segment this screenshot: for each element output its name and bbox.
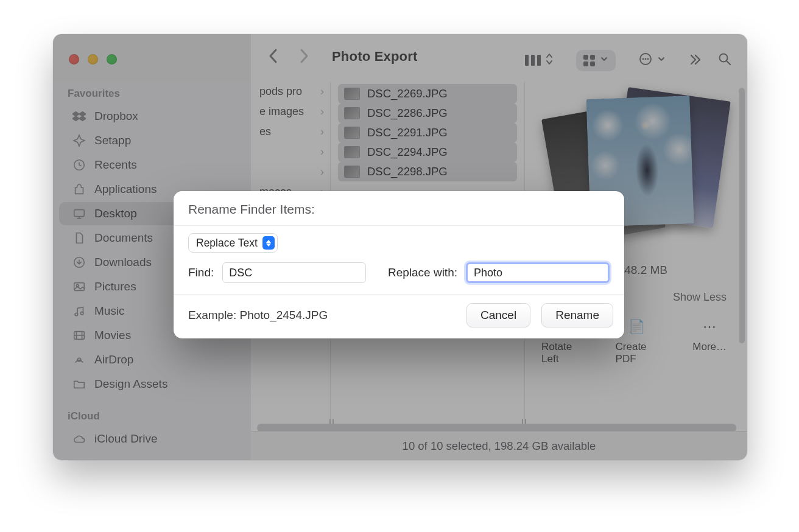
- chevron-right-icon: ›: [320, 125, 324, 138]
- sidebar-item-label: Pictures: [94, 280, 136, 293]
- back-button[interactable]: [267, 47, 280, 67]
- file-name: DSC_2286.JPG: [367, 107, 448, 120]
- file-row[interactable]: DSC_2269.JPG: [338, 84, 517, 103]
- recents-icon: [72, 158, 86, 172]
- quick-action-more[interactable]: ⋯More…: [692, 319, 727, 365]
- svg-point-10: [75, 313, 78, 316]
- grid-icon: [583, 55, 595, 66]
- svg-rect-6: [74, 210, 85, 217]
- chevron-down-icon: [657, 55, 666, 66]
- folder-row[interactable]: ›: [251, 142, 330, 162]
- desktop-icon: [72, 207, 86, 220]
- svg-point-3: [647, 58, 649, 60]
- file-row[interactable]: DSC_2294.JPG: [338, 142, 517, 162]
- file-thumbnail: [344, 166, 360, 178]
- sidebar-section-title: iCloud: [53, 404, 251, 426]
- document-icon: 📄: [628, 319, 645, 335]
- rename-mode-select[interactable]: Replace Text: [188, 233, 278, 253]
- nav-arrows: [267, 47, 310, 67]
- close-window-button[interactable]: [69, 54, 79, 65]
- file-thumbnail: [344, 127, 360, 139]
- chevron-right-icon: ›: [320, 105, 324, 118]
- movies-icon: [72, 329, 86, 342]
- airdrop-icon: [72, 353, 86, 366]
- svg-point-1: [642, 58, 644, 60]
- replace-with-input[interactable]: [466, 262, 610, 283]
- window-controls: [69, 54, 117, 65]
- select-caret-icon: [262, 236, 275, 250]
- music-icon: [72, 304, 86, 318]
- find-label: Find:: [188, 266, 214, 279]
- folder-icon: [72, 377, 86, 391]
- svg-rect-8: [74, 283, 85, 291]
- view-columns-button[interactable]: [518, 47, 560, 73]
- rename-mode-label: Replace Text: [196, 237, 258, 250]
- chevron-right-icon: ›: [320, 145, 324, 158]
- cancel-button[interactable]: Cancel: [466, 303, 530, 327]
- window-title: Photo Export: [332, 49, 418, 65]
- sidebar-item-recents[interactable]: Recents: [59, 153, 245, 177]
- svg-point-11: [80, 312, 83, 315]
- dropbox-icon: [72, 110, 86, 123]
- sidebar-item-label: Documents: [94, 231, 153, 245]
- search-button[interactable]: [718, 52, 731, 68]
- forward-button[interactable]: [298, 47, 310, 67]
- file-name: DSC_2269.JPG: [367, 87, 448, 100]
- sidebar-item-label: Design Assets: [94, 377, 167, 391]
- folder-row[interactable]: e images›: [251, 102, 330, 122]
- file-name: DSC_2291.JPG: [367, 126, 448, 139]
- dialog-title: Rename Finder Items:: [174, 191, 624, 226]
- rename-dialog: Rename Finder Items: Replace Text Find: …: [174, 191, 624, 338]
- file-row[interactable]: DSC_2298.JPG: [338, 162, 517, 181]
- folder-row[interactable]: ›: [251, 162, 330, 182]
- file-thumbnail: [344, 88, 360, 100]
- sidebar-item-label: Recents: [94, 158, 137, 172]
- sidebar-item-setapp[interactable]: Setapp: [59, 129, 245, 152]
- downloads-icon: [72, 256, 86, 269]
- pictures-icon: [72, 280, 86, 293]
- find-input[interactable]: [222, 262, 366, 283]
- folder-row[interactable]: es›: [251, 122, 330, 142]
- file-thumbnail: [344, 107, 360, 119]
- toolbar-overflow-button[interactable]: [689, 52, 702, 68]
- sidebar-item-dropbox[interactable]: Dropbox: [59, 105, 245, 128]
- sidebar-item-label: Music: [94, 304, 125, 318]
- documents-icon: [72, 231, 86, 245]
- sidebar-item-label: AirDrop: [94, 353, 133, 366]
- sidebar-item-label: iCloud Drive: [94, 432, 157, 446]
- chevron-down-icon: [600, 55, 608, 66]
- toolbar: Photo Export: [53, 34, 747, 82]
- sidebar-item-design-assets[interactable]: Design Assets: [59, 373, 245, 396]
- file-name: DSC_2298.JPG: [367, 165, 448, 178]
- status-bar: 10 of 10 selected, 198.24 GB available: [251, 431, 747, 460]
- sidebar-item-icloud-drive[interactable]: iCloud Drive: [59, 427, 245, 450]
- example-text: Example: Photo_2454.JPG: [188, 309, 328, 322]
- show-less-button[interactable]: Show Less: [673, 291, 727, 304]
- file-name: DSC_2294.JPG: [367, 145, 448, 159]
- action-menu-button[interactable]: [632, 47, 673, 73]
- sidebar-item-label: Movies: [94, 329, 131, 342]
- fullscreen-window-button[interactable]: [107, 54, 117, 65]
- file-row[interactable]: DSC_2291.JPG: [338, 123, 517, 142]
- rename-button[interactable]: Rename: [541, 303, 613, 327]
- sidebar-item-label: Applications: [94, 183, 157, 196]
- vertical-scrollbar[interactable]: [739, 88, 745, 343]
- file-row[interactable]: DSC_2286.JPG: [338, 103, 517, 123]
- sidebar-item-airdrop[interactable]: AirDrop: [59, 348, 245, 371]
- icloud-icon: [72, 432, 86, 446]
- sidebar-item-label: Downloads: [94, 256, 152, 269]
- sidebar-item-label: Dropbox: [94, 110, 138, 123]
- svg-point-2: [645, 58, 647, 60]
- chevron-right-icon: ›: [320, 166, 324, 178]
- folder-row[interactable]: pods pro›: [251, 82, 330, 102]
- sidebar-item-label: Setapp: [94, 134, 131, 147]
- replace-with-label: Replace with:: [388, 266, 457, 279]
- minimize-window-button[interactable]: [88, 54, 98, 65]
- view-grid-button[interactable]: [576, 50, 616, 71]
- svg-point-4: [720, 54, 728, 62]
- sidebar-item-label: Desktop: [94, 207, 137, 220]
- file-thumbnail: [344, 146, 360, 158]
- ellipsis-circle-icon: [639, 52, 652, 68]
- sidebar-section-title: Favourites: [53, 82, 251, 103]
- apps-icon: [72, 183, 86, 196]
